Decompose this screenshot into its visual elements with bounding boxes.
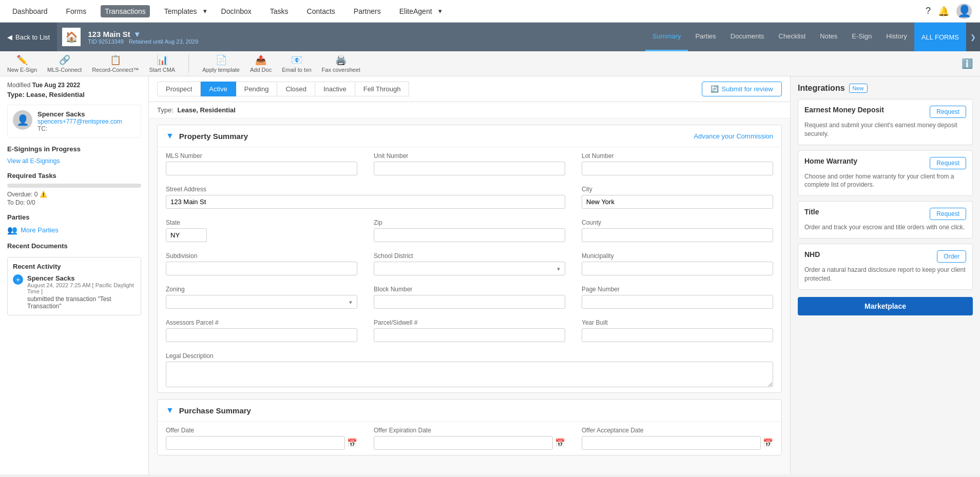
field-mls-number: MLS Number — [158, 147, 366, 181]
start-cma-button[interactable]: 📊 Start CMA — [149, 54, 175, 73]
purchase-collapse-button[interactable]: ▼ — [166, 406, 174, 415]
property-collapse-button[interactable]: ▼ — [166, 131, 174, 141]
offer-date-calendar-icon[interactable]: 📅 — [347, 438, 357, 448]
tab-esign[interactable]: E-Sign — [844, 23, 879, 51]
esign-icon: ✏️ — [16, 54, 28, 66]
contact-email[interactable]: spencers+777@rentspree.com — [37, 118, 122, 125]
field-offer-date: Offer Date 📅 — [158, 422, 366, 455]
esigning-title: E-Signings in Progress — [7, 145, 141, 153]
zoning-select[interactable] — [166, 295, 357, 309]
user-icon[interactable]: 👤 — [956, 4, 972, 19]
offer-expiration-calendar-icon[interactable]: 📅 — [555, 438, 565, 448]
offer-acceptance-date-input[interactable] — [582, 436, 761, 450]
parties-section: Parties 👥 More Parties — [7, 213, 141, 235]
apply-template-button[interactable]: 📄 Apply template — [202, 54, 240, 73]
nav-tasks[interactable]: Tasks — [266, 5, 293, 17]
purchase-summary-header: ▼ Purchase Summary — [158, 400, 781, 422]
more-parties-button[interactable]: 👥 More Parties — [7, 225, 141, 235]
email-to-txn-button[interactable]: 📧 Email to txn — [282, 54, 311, 73]
field-offer-expiration-date: Offer Expiration Date 📅 — [366, 422, 573, 455]
offer-acceptance-calendar-icon[interactable]: 📅 — [763, 438, 773, 448]
county-input[interactable] — [582, 228, 773, 242]
mls-connect-button[interactable]: 🔗 MLS-Connect — [47, 54, 82, 73]
assessors-parcel-input[interactable] — [166, 328, 357, 342]
lot-number-input[interactable] — [582, 162, 773, 175]
earnest-money-request-button[interactable]: Request — [930, 106, 966, 118]
nav-templates[interactable]: Templates ▾ — [160, 5, 207, 17]
record-connect-button[interactable]: 📋 Record-Connect™ — [92, 54, 139, 73]
new-esign-button[interactable]: ✏️ New E-Sign — [7, 54, 37, 73]
nav-contacts[interactable]: Contacts — [303, 5, 339, 17]
subdivision-input[interactable] — [166, 262, 357, 275]
right-panel: Integrations New Earnest Money Deposit R… — [790, 76, 980, 474]
field-page-number: Page Number — [573, 281, 781, 314]
add-doc-icon: 📤 — [255, 54, 266, 66]
title-request-button[interactable]: Request — [930, 208, 966, 220]
zip-input[interactable] — [374, 228, 565, 242]
mls-number-input[interactable] — [166, 162, 357, 175]
tab-checklist[interactable]: Checklist — [772, 23, 813, 51]
year-built-input[interactable] — [582, 328, 773, 342]
city-input[interactable] — [582, 195, 773, 209]
toolbar-info-icon[interactable]: ℹ️ — [962, 58, 973, 69]
status-tab-closed[interactable]: Closed — [277, 82, 315, 96]
nav-transactions[interactable]: Transactions — [101, 5, 150, 17]
status-tabs-bar: Prospect Active Pending Closed Inactive … — [149, 76, 790, 102]
tab-notes[interactable]: Notes — [813, 23, 844, 51]
offer-date-input[interactable] — [166, 436, 345, 450]
tasks-section: Required Tasks Overdue: 0 ⚠️ To Do: 0/0 — [7, 172, 141, 206]
advance-commission-link[interactable]: Advance your Commission — [694, 132, 773, 140]
offer-expiration-date-input[interactable] — [374, 436, 553, 450]
municipality-input[interactable] — [582, 262, 773, 275]
fax-coversheet-button[interactable]: 🖨️ Fax coversheet — [322, 54, 360, 73]
marketplace-button[interactable]: Marketplace — [798, 297, 973, 315]
nav-partners[interactable]: Partners — [350, 5, 385, 17]
home-warranty-title: Home Warranty — [804, 157, 857, 165]
unit-number-input[interactable] — [374, 162, 565, 175]
submit-for-review-button[interactable]: 🔄 Submit for review — [702, 82, 782, 96]
bell-icon[interactable]: 🔔 — [938, 6, 949, 17]
all-forms-button[interactable]: ALL FORMS — [914, 23, 966, 51]
tab-history[interactable]: History — [879, 23, 914, 51]
tab-parties[interactable]: Parties — [688, 23, 723, 51]
activity-description: submitted the transaction "Test Transact… — [27, 295, 136, 310]
nav-eliteagent[interactable]: EliteAgent ▾ — [395, 5, 442, 17]
home-warranty-request-button[interactable]: Request — [930, 157, 966, 169]
contact-tc: TC: — [37, 125, 122, 132]
street-address-input[interactable] — [166, 195, 565, 209]
parcel-sidwell-input[interactable] — [374, 328, 565, 342]
status-tab-inactive[interactable]: Inactive — [315, 82, 355, 96]
tab-summary[interactable]: Summary — [645, 23, 688, 51]
purchase-section-title: Purchase Summary — [179, 406, 251, 415]
activity-add-icon: + — [13, 274, 23, 285]
nav-forms[interactable]: Forms — [62, 5, 91, 17]
address-dropdown-icon[interactable]: ▼ — [133, 30, 141, 38]
collapse-panel-button[interactable]: ❯ — [966, 23, 980, 51]
view-all-esignings-link[interactable]: View all E-Signings — [7, 157, 60, 165]
status-tab-pending[interactable]: Pending — [236, 82, 278, 96]
field-zoning: Zoning — [158, 281, 366, 314]
toolbar: ✏️ New E-Sign 🔗 MLS-Connect 📋 Record-Con… — [0, 51, 980, 76]
back-to-list-button[interactable]: ◀ Back to List — [0, 23, 57, 51]
field-street-address: Street Address — [158, 181, 573, 214]
nav-right-icons: ? 🔔 👤 — [926, 4, 972, 19]
tab-documents[interactable]: Documents — [723, 23, 772, 51]
nhd-title: NHD — [804, 250, 820, 259]
nav-dashboard[interactable]: Dashboard — [8, 5, 52, 17]
help-icon[interactable]: ? — [926, 6, 931, 16]
add-doc-button[interactable]: 📤 Add Doc — [250, 54, 272, 73]
nav-docinbox[interactable]: DocInbox — [217, 5, 256, 17]
status-tab-prospect[interactable]: Prospect — [157, 82, 201, 96]
zoning-select-wrap — [166, 295, 357, 309]
status-tab-fell-through[interactable]: Fell Through — [355, 82, 410, 96]
nhd-order-button[interactable]: Order — [937, 250, 966, 263]
transaction-address: 123 Main St — [88, 30, 130, 38]
transaction-tabs: Summary Parties Documents Checklist Note… — [645, 23, 914, 51]
field-state: State — [158, 214, 366, 247]
page-number-input[interactable] — [582, 295, 773, 309]
status-tab-active[interactable]: Active — [201, 82, 236, 96]
state-input[interactable] — [166, 228, 207, 242]
school-district-select[interactable] — [374, 262, 565, 275]
block-number-input[interactable] — [374, 295, 565, 309]
legal-description-input[interactable] — [166, 362, 773, 387]
